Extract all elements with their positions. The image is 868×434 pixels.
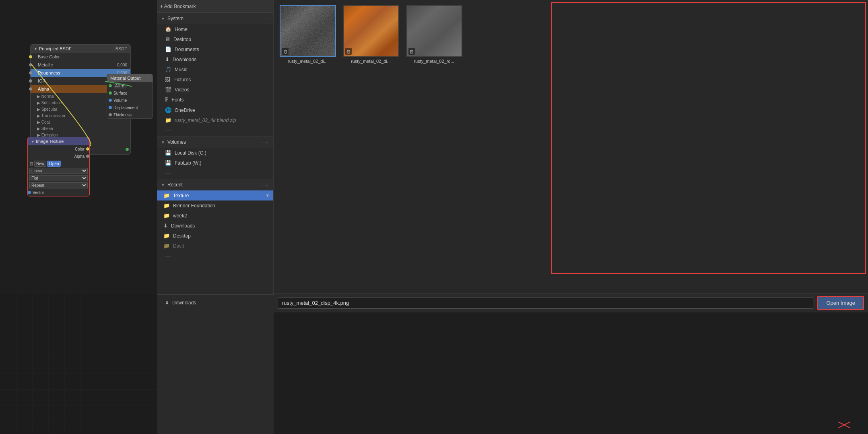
node-principled-type: BSDF — [115, 46, 127, 51]
videos-label: Videos — [175, 87, 189, 93]
recent-section-header[interactable]: ▼ Recent ··· — [157, 179, 273, 190]
home-label: Home — [175, 27, 188, 32]
recent-item-desktop[interactable]: 📁 Desktop — [157, 231, 273, 241]
node-it-projection[interactable]: Flat — [29, 175, 88, 181]
node-principled-title: Principled BSDF — [39, 46, 72, 51]
svg-rect-5 — [0, 293, 157, 433]
system-section-header[interactable]: ▼ System ··· — [157, 13, 273, 24]
node-mo-surface-row: Surface — [107, 89, 153, 97]
sidebar-item-desktop[interactable]: 🖥 Desktop — [157, 34, 273, 44]
sidebar-item-videos[interactable]: 🎬 Videos — [157, 85, 273, 95]
node-it-extension[interactable]: Repeat — [29, 182, 88, 188]
node-it-open-button[interactable]: Open — [47, 161, 61, 167]
node-it-vector-row: Vector — [28, 189, 89, 196]
svg-rect-3 — [344, 5, 398, 57]
node-mo-surface-label: Surface — [113, 91, 127, 95]
node-it-color-out: Color — [28, 145, 89, 153]
open-image-button[interactable]: Open Image — [817, 296, 864, 310]
grid-svg — [0, 293, 157, 433]
node-material-output: Material Output All ▼ Surface Volume Dis… — [107, 74, 153, 119]
system-section: ▼ System ··· 🏠 Home 🖥 Desktop 📄 Document… — [157, 13, 273, 136]
node-mo-volume-row: Volume — [107, 97, 153, 104]
davit-icon: 📁 — [163, 243, 170, 249]
node-row-basecolor: Base Color — [31, 53, 130, 61]
node-mo-dropdown[interactable]: All ▼ — [113, 83, 126, 89]
socket-mo-surface2 — [109, 91, 112, 95]
thumb-img-icon: 🖼 — [283, 50, 287, 54]
filename-input[interactable] — [278, 297, 813, 309]
thumb-img-indicator: 🖼 — [282, 48, 289, 55]
recent-desktop-icon: 📁 — [163, 233, 170, 239]
bottom-node-area — [0, 294, 157, 434]
recent-item-week2[interactable]: 📁 week2 — [157, 211, 273, 221]
davit-label: Davit — [173, 243, 184, 249]
sub-coat: ▶ Coat — [31, 119, 130, 125]
sidebar-item-documents[interactable]: 📄 Documents — [157, 44, 273, 54]
volumes-section-header[interactable]: ▼ Volumes ··· — [157, 136, 273, 148]
documents-icon: 📄 — [165, 46, 171, 52]
thumb-label-rough: rusty_metal_02_ro... — [414, 59, 454, 64]
label-ior: IOR — [34, 79, 46, 83]
sidebar-item-home[interactable]: 🏠 Home — [157, 24, 273, 34]
socket-it-alpha-out — [86, 155, 89, 158]
thumb-svg-rough — [407, 5, 462, 57]
node-image-texture: ▼ Image Texture Color Alpha 🖼 New Open L… — [27, 137, 90, 196]
bottom-downloads-icon: ⬇ — [165, 300, 169, 306]
volumes-section-title: Volumes — [167, 139, 186, 145]
sidebar-item-fonts[interactable]: F Fonts — [157, 95, 273, 105]
system-arrow: ▼ — [161, 17, 165, 21]
recent-item-blender-foundation[interactable]: 📁 Blender Foundation — [157, 200, 273, 211]
add-bookmark-btn[interactable]: + Add Bookmark — [160, 4, 196, 9]
volumes-more-btn[interactable]: ··· — [157, 168, 273, 179]
thumb-img-rust: 🖼 — [343, 5, 399, 57]
system-section-options[interactable]: ··· — [262, 15, 269, 22]
texture-chevron: ▼ — [265, 193, 270, 198]
fablab-label: FabLab (W:) — [175, 160, 201, 166]
node-it-title: Image Texture — [36, 139, 64, 144]
bottom-fb-downloads[interactable]: ⬇ Downloads — [157, 298, 274, 308]
sidebar-item-music[interactable]: 🎵 Music — [157, 64, 273, 74]
socket-it-vector-in — [28, 191, 31, 194]
thumbnail-rough[interactable]: 🖼 rusty_metal_02_ro... — [405, 5, 463, 64]
socket-mo-disp — [109, 106, 112, 109]
node-it-interpolation[interactable]: Linear — [29, 168, 88, 174]
recent-arrow: ▼ — [161, 183, 165, 187]
socket-mo-surface — [109, 84, 112, 87]
thumb-label-rust: rusty_metal_02_di... — [351, 59, 391, 64]
file-browser-scroll[interactable]: ▼ System ··· 🏠 Home 🖥 Desktop 📄 Document… — [157, 13, 273, 294]
node-mo-displacement-row: Displacement — [107, 104, 153, 111]
recent-item-davit[interactable]: 📁 Davit — [157, 241, 273, 251]
label-basecolor: Base Color — [34, 54, 60, 59]
volumes-section-options[interactable]: ··· — [262, 139, 269, 145]
sidebar-item-local-disk[interactable]: 💾 Local Disk (C:) — [157, 148, 273, 158]
sidebar-item-onedrive[interactable]: 🌐 OneDrive — [157, 105, 273, 115]
sidebar-item-zipfile[interactable]: 📁 rusty_metal_02_4k.blend.zip — [157, 115, 273, 125]
system-more-btn[interactable]: ··· — [157, 125, 273, 136]
onedrive-icon: 🌐 — [165, 107, 171, 113]
thumbnail-rust[interactable]: 🖼 rusty_metal_02_di... — [342, 5, 400, 64]
recent-item-downloads[interactable]: ⬇ Downloads — [157, 221, 273, 231]
sidebar-item-fablab[interactable]: 💾 FabLab (W:) — [157, 158, 273, 168]
documents-label: Documents — [175, 47, 199, 52]
socket-roughness — [29, 71, 32, 74]
sidebar-item-pictures[interactable]: 🖼 Pictures — [157, 74, 273, 85]
recent-section-options[interactable]: ··· — [262, 182, 269, 188]
music-icon: 🎵 — [165, 66, 171, 72]
recent-section-title: Recent — [167, 182, 183, 188]
thumbnail-disp[interactable]: 🖼 rusty_metal_02_di... — [278, 5, 337, 64]
bottom-area-grid — [0, 293, 157, 434]
pictures-label: Pictures — [173, 77, 191, 83]
node-mo-dropdown-row: All ▼ — [107, 82, 153, 89]
recent-more-btn[interactable]: ··· — [157, 251, 273, 262]
bottom-left-panel — [0, 294, 157, 434]
node-mo-thickness-row: Thickness — [107, 111, 153, 118]
volumes-arrow: ▼ — [161, 140, 165, 145]
node-principled-header: ▼ Principled BSDF BSDF — [31, 45, 130, 53]
sidebar-item-downloads[interactable]: ⬇ Downloads — [157, 54, 273, 64]
node-it-new-button[interactable]: New — [34, 161, 46, 167]
socket-it-color-out — [86, 147, 89, 151]
recent-item-texture[interactable]: 📁 Texture ▼ — [157, 190, 273, 200]
svg-rect-4 — [407, 5, 462, 57]
thumb-rough-icon: 🖼 — [410, 50, 414, 54]
thumb-label-disp: rusty_metal_02_di... — [288, 59, 328, 64]
